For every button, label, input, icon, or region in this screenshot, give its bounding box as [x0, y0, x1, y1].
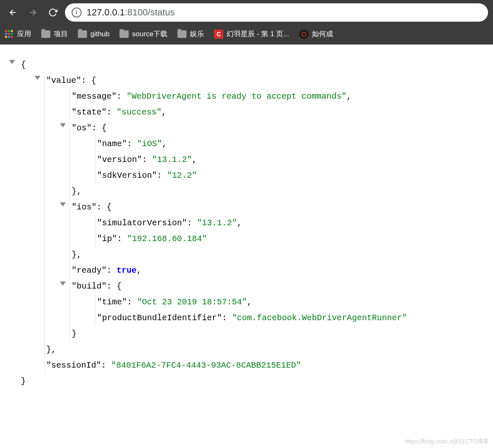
bookmark-label: 如何成	[312, 29, 333, 39]
json-comma: ,	[237, 218, 242, 228]
json-comma: ,	[137, 266, 142, 275]
json-key-build-pbi: "productBundleIdentifier"	[97, 313, 222, 323]
json-comma: ,	[162, 107, 167, 117]
json-brace: }	[21, 376, 26, 386]
bookmark-bar: 应用 项目 github source下载 娱乐 C 幻羽星辰 - 第 1 页.…	[0, 25, 493, 45]
url-port: :8100	[125, 7, 148, 17]
json-val-message: "WebDriverAgent is ready to accept comma…	[127, 92, 346, 101]
bookmark-label: 幻羽星辰 - 第 1 页...	[227, 29, 289, 39]
json-colon: :	[107, 107, 117, 117]
apps-label: 应用	[17, 29, 31, 39]
favicon-icon	[299, 30, 309, 39]
json-comma: ,	[346, 92, 351, 101]
json-val-ready: true	[117, 266, 137, 275]
bookmark-label: github	[90, 30, 110, 38]
browser-toolbar: i 127.0.0.1:8100/status	[0, 0, 493, 25]
collapse-toggle-icon[interactable]	[60, 123, 66, 127]
json-viewer: { "value": { "message": "WebDriverAgent …	[0, 45, 493, 398]
bookmark-label: source下载	[132, 29, 167, 39]
bookmark-item-huanyu[interactable]: C 幻羽星辰 - 第 1 页...	[214, 29, 289, 39]
json-brace: {	[102, 123, 107, 133]
json-key-os: "os"	[72, 123, 92, 133]
json-comma: ,	[162, 139, 167, 149]
json-key-ios: "ios"	[72, 202, 97, 212]
json-key-state: "state"	[72, 107, 107, 117]
json-val-os-name: "iOS"	[137, 139, 162, 149]
json-key-ios-ip: "ip"	[97, 234, 117, 244]
json-key-value: "value"	[46, 76, 81, 85]
back-button[interactable]	[5, 5, 21, 20]
json-colon: :	[97, 202, 107, 212]
json-colon: :	[187, 218, 197, 228]
collapse-toggle-icon[interactable]	[9, 60, 15, 64]
json-brace: {	[117, 281, 122, 291]
bookmark-folder-entertainment[interactable]: 娱乐	[177, 29, 204, 39]
folder-icon	[41, 30, 50, 38]
json-colon: :	[157, 171, 167, 180]
url-path: /status	[148, 7, 175, 17]
collapse-toggle-icon[interactable]	[60, 202, 66, 207]
site-info-icon[interactable]: i	[72, 7, 82, 17]
json-key-build: "build"	[72, 281, 107, 291]
apps-button[interactable]: 应用	[5, 29, 31, 39]
json-colon: :	[107, 266, 117, 275]
folder-icon	[177, 30, 187, 38]
json-val-session: "8401F6A2-7FC4-4443-93AC-8CABB215E1ED"	[111, 361, 301, 370]
json-key-build-time: "time"	[97, 297, 127, 307]
folder-icon	[120, 30, 129, 38]
json-val-ios-sim: "13.1.2"	[197, 218, 237, 228]
collapse-toggle-icon[interactable]	[60, 281, 66, 286]
json-colon: :	[117, 234, 127, 244]
url-text: 127.0.0.1:8100/status	[87, 7, 175, 18]
json-colon: :	[127, 297, 137, 307]
json-colon: :	[81, 76, 91, 85]
json-key-session: "sessionId"	[46, 361, 101, 370]
url-host: 127.0.0.1	[87, 7, 125, 17]
json-key-os-version: "version"	[97, 155, 142, 164]
json-colon: :	[142, 155, 152, 164]
json-comma: ,	[192, 155, 197, 164]
json-brace: }	[72, 250, 77, 259]
json-colon: :	[107, 281, 117, 291]
json-val-os-version: "13.1.2"	[152, 155, 192, 164]
bookmark-folder-source[interactable]: source下载	[120, 29, 167, 39]
json-comma: ,	[51, 345, 56, 354]
bookmark-folder-projects[interactable]: 项目	[41, 29, 68, 39]
json-colon: :	[101, 361, 111, 370]
json-val-ios-ip: "192.168.60.184"	[127, 234, 207, 244]
json-key-ready: "ready"	[72, 266, 107, 275]
json-key-os-name: "name"	[97, 139, 127, 149]
address-bar[interactable]: i 127.0.0.1:8100/status	[65, 3, 488, 22]
json-brace: {	[91, 76, 96, 85]
json-brace: }	[72, 187, 77, 196]
json-colon: :	[127, 139, 137, 149]
json-key-ios-sim: "simulatorVersion"	[97, 218, 187, 228]
json-val-build-pbi: "com.facebook.WebDriverAgentRunner"	[232, 313, 407, 323]
favicon-icon: C	[214, 30, 223, 39]
json-brace: {	[21, 60, 26, 70]
json-val-build-time: "Oct 23 2019 18:57:54"	[137, 297, 247, 307]
bookmark-label: 娱乐	[190, 29, 204, 39]
json-colon: :	[222, 313, 232, 323]
collapse-toggle-icon[interactable]	[35, 76, 40, 80]
bookmark-item-howto[interactable]: 如何成	[299, 29, 333, 39]
bookmark-folder-github[interactable]: github	[78, 30, 110, 38]
json-val-state: "success"	[117, 107, 162, 117]
json-brace: {	[107, 202, 112, 212]
json-brace: }	[72, 329, 77, 338]
json-brace: }	[46, 345, 51, 354]
forward-button[interactable]	[25, 5, 41, 20]
json-colon: :	[92, 123, 102, 133]
folder-icon	[78, 30, 87, 38]
json-comma: ,	[247, 297, 252, 307]
json-val-os-sdk: "12.2"	[167, 171, 197, 180]
json-comma: ,	[77, 187, 82, 196]
json-key-message: "message"	[72, 92, 117, 101]
reload-button[interactable]	[45, 5, 61, 20]
json-comma: ,	[77, 250, 82, 259]
json-key-os-sdk: "sdkVersion"	[97, 171, 157, 180]
json-colon: :	[117, 92, 127, 101]
bookmark-label: 项目	[54, 29, 68, 39]
apps-icon	[5, 30, 13, 38]
